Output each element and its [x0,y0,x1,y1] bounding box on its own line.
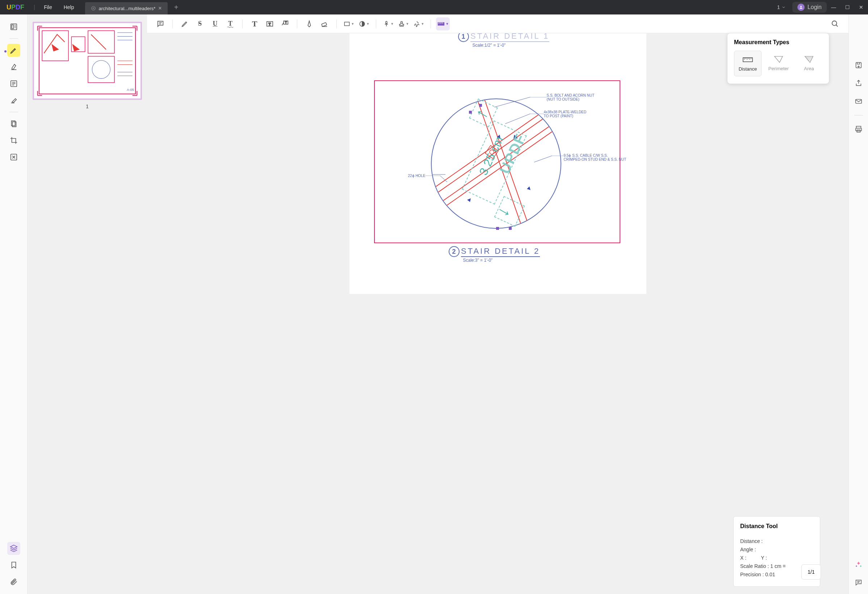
avatar-icon [797,4,805,11]
maximize-button[interactable]: ☐ [840,4,854,10]
chevron-down-icon [781,5,786,9]
sep: | [31,4,38,10]
titlebar: UPDF | File Help architectural...multile… [0,0,868,15]
app-logo: UPDF [0,4,31,11]
document-icon [91,6,96,11]
document-tab[interactable]: architectural...multileaders* × [85,2,168,15]
close-button[interactable]: ✕ [854,4,868,10]
file-menu[interactable]: File [38,4,58,10]
svg-point-1 [800,6,802,7]
help-menu[interactable]: Help [58,4,80,10]
tab-add-button[interactable]: + [174,3,179,12]
tab-close-icon[interactable]: × [158,6,161,11]
minimize-button[interactable]: — [827,4,840,10]
login-button[interactable]: Login [792,2,827,13]
tabs-count-button[interactable]: 1 [771,4,792,10]
tab-name: architectural...multileaders* [99,6,156,11]
svg-point-0 [91,6,95,10]
